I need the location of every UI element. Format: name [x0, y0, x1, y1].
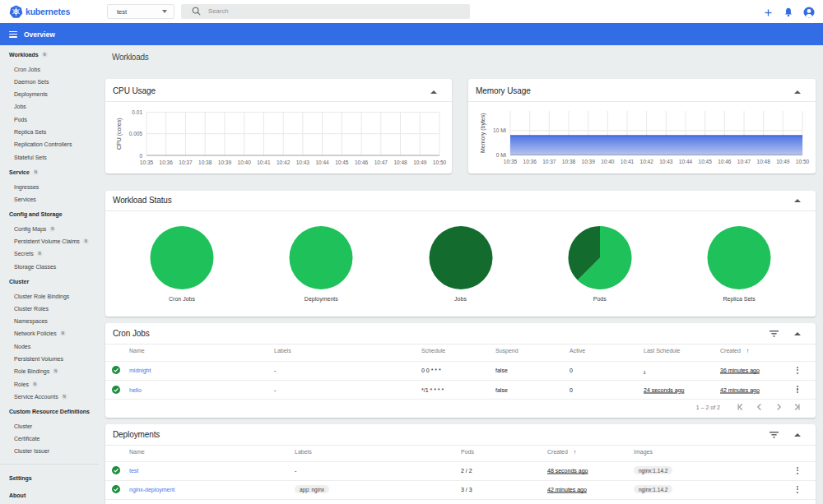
first-page-button[interactable]	[733, 400, 748, 414]
account-button[interactable]	[803, 7, 815, 18]
collapse-button[interactable]	[790, 326, 805, 341]
svg-text:10:36: 10:36	[523, 159, 537, 164]
sidebar-item-label: Certificate	[14, 436, 40, 442]
svg-text:10:38: 10:38	[562, 159, 576, 164]
column-header-name[interactable]: Name	[129, 348, 145, 354]
filter-button[interactable]	[766, 326, 781, 341]
sidebar-item-config-maps[interactable]: Config MapsN	[0, 223, 99, 234]
collapse-button[interactable]	[426, 85, 441, 99]
column-header-suspend[interactable]: Suspend	[495, 348, 518, 354]
sidebar-item-nodes[interactable]: Nodes	[0, 340, 99, 352]
column-header-schedule[interactable]: Schedule	[421, 348, 445, 354]
pie-chart-deployments	[289, 225, 354, 290]
sidebar-item-cluster-roles[interactable]: Cluster Roles	[0, 303, 99, 314]
sidebar-item-jobs[interactable]: Jobs	[0, 101, 99, 113]
table-row-hello-suspend: false	[495, 386, 508, 392]
row-actions-button[interactable]	[792, 464, 803, 477]
appbar-actions	[762, 1, 815, 24]
column-header-labels[interactable]: Labels	[295, 449, 312, 455]
sidebar-item-settings[interactable]: Settings	[0, 473, 99, 484]
table-row-nginx-deployment-name[interactable]: nginx-deployment	[129, 487, 174, 492]
status-ok-icon	[112, 482, 120, 497]
sidebar-item-label: Jobs	[14, 104, 26, 109]
sidebar-group-cluster[interactable]: Cluster	[0, 276, 99, 288]
card-title: CPU Usage	[113, 86, 156, 95]
sidebar-item-pods[interactable]: Pods	[0, 113, 99, 125]
column-header-labels[interactable]: Labels	[274, 348, 291, 354]
search-box[interactable]	[181, 4, 470, 19]
sidebar-item-service-accounts[interactable]: Service AccountsN	[0, 391, 99, 402]
sidebar-item-replica-sets[interactable]: Replica Sets	[0, 127, 99, 138]
sidebar-item-cluster[interactable]: Cluster	[0, 420, 99, 432]
pie-label-replica-sets: Replica Sets	[723, 296, 755, 302]
workload-status-card: Workload Status Cron JobsDeploymentsJobs…	[105, 191, 816, 317]
row-actions-button[interactable]	[792, 363, 803, 377]
sidebar-item-persistent-volumes[interactable]: Persistent Volumes	[0, 354, 99, 365]
collapse-button[interactable]	[790, 193, 805, 208]
sidebar-group-service[interactable]: ServiceN	[0, 167, 99, 178]
svg-text:10:39: 10:39	[218, 160, 232, 165]
sidebar-item-roles[interactable]: RolesN	[0, 378, 99, 390]
column-header-last-schedule[interactable]: Last Schedule	[644, 348, 680, 354]
create-button[interactable]	[762, 7, 774, 18]
table-row-hello-name[interactable]: hello	[129, 386, 142, 392]
notifications-button[interactable]	[783, 7, 794, 18]
row-actions-button[interactable]	[792, 383, 803, 396]
sidebar-group-custom-resource-definitions[interactable]: Custom Resource Definitions	[0, 406, 99, 418]
pie-label-pods: Pods	[593, 296, 607, 302]
sidebar-item-secrets[interactable]: SecretsN	[0, 248, 99, 260]
kubernetes-logo[interactable]: kubernetes	[9, 0, 70, 23]
sidebar-item-cluster-role-bindings[interactable]: Cluster Role Bindings	[0, 290, 99, 302]
sidebar-item-cluster-issuer[interactable]: Cluster Issuer	[0, 446, 99, 457]
column-header-name[interactable]: Name	[129, 449, 145, 455]
svg-text:10:45: 10:45	[335, 160, 349, 165]
sidebar-item-label: Settings	[9, 475, 32, 481]
sidebar-group-label: Service	[9, 169, 30, 175]
table-row-midnight-schedule: 0 0 * * *	[421, 368, 441, 373]
namespaced-badge: N	[42, 52, 48, 58]
column-header-created[interactable]: Created ↑	[547, 449, 576, 455]
collapse-button[interactable]	[790, 85, 805, 99]
collapse-button[interactable]	[790, 428, 805, 442]
row-actions-button[interactable]	[792, 483, 803, 496]
previous-page-button[interactable]	[752, 400, 767, 414]
search-icon	[192, 7, 201, 16]
column-header-created[interactable]: Created ↑	[720, 348, 749, 354]
sidebar-item-stateful-sets[interactable]: Stateful Sets	[0, 151, 99, 163]
sidebar-item-replication-controllers[interactable]: Replication Controllers	[0, 139, 99, 150]
column-header-images[interactable]: Images	[634, 449, 653, 455]
search-input[interactable]	[208, 7, 439, 15]
sidebar-item-certificate[interactable]: Certificate	[0, 433, 99, 445]
column-header-active[interactable]: Active	[570, 348, 585, 354]
sidebar-item-services[interactable]: Services	[0, 193, 99, 205]
table-row-hello-schedule: */1 * * * *	[421, 386, 444, 392]
last-page-button[interactable]	[789, 400, 804, 414]
sidebar-item-deployments[interactable]: Deployments	[0, 89, 99, 100]
page-title: Workloads	[112, 53, 148, 62]
sidebar-item-persistent-volume-claims[interactable]: Persistent Volume ClaimsN	[0, 236, 99, 247]
next-page-button[interactable]	[771, 400, 786, 414]
svg-text:10:39: 10:39	[582, 159, 596, 164]
sidebar-item-namespaces[interactable]: Namespaces	[0, 316, 99, 327]
sidebar-item-cron-jobs[interactable]: Cron Jobs	[0, 63, 99, 75]
sidebar-item-network-policies[interactable]: Network PoliciesN	[0, 328, 99, 340]
table-row-midnight-active: 0	[570, 368, 573, 373]
table-row-test-name[interactable]: test	[129, 468, 138, 474]
sidebar-item-role-bindings[interactable]: Role BindingsN	[0, 366, 99, 377]
sidebar-group-workloads[interactable]: WorkloadsN	[0, 49, 99, 61]
triangle-up-icon	[794, 433, 801, 437]
table-row-midnight-name[interactable]: midnight	[129, 368, 151, 373]
namespace-select[interactable]: test	[107, 4, 174, 19]
sidebar-item-daemon-sets[interactable]: Daemon Sets	[0, 76, 99, 87]
column-header-pods[interactable]: Pods	[461, 449, 474, 455]
sidebar-group-config-and-storage[interactable]: Config and Storage	[0, 209, 99, 220]
sidebar-item-ingresses[interactable]: Ingresses	[0, 181, 99, 192]
filter-button[interactable]	[766, 428, 781, 442]
svg-text:10:45: 10:45	[699, 159, 713, 164]
svg-text:Memory (bytes): Memory (bytes)	[480, 113, 486, 153]
menu-icon[interactable]	[9, 31, 17, 38]
sidebar-item-storage-classes[interactable]: Storage Classes	[0, 261, 99, 272]
sidebar-item-label: Deployments	[14, 91, 48, 97]
namespaced-badge: N	[60, 331, 66, 336]
sidebar-item-about[interactable]: About	[0, 490, 99, 502]
